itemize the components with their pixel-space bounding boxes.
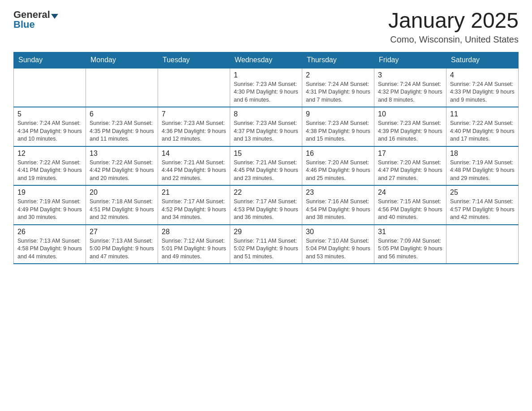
day-info: Sunrise: 7:15 AM Sunset: 4:56 PM Dayligh… bbox=[378, 198, 442, 222]
day-number: 29 bbox=[234, 228, 298, 236]
day-number: 30 bbox=[306, 228, 370, 236]
calendar-week-row: 5Sunrise: 7:24 AM Sunset: 4:34 PM Daylig… bbox=[14, 107, 519, 146]
calendar-day-header: Saturday bbox=[446, 52, 519, 68]
calendar-cell: 6Sunrise: 7:23 AM Sunset: 4:35 PM Daylig… bbox=[86, 107, 158, 146]
logo: General Blue bbox=[13, 9, 58, 30]
calendar-day-header: Monday bbox=[86, 52, 158, 68]
day-info: Sunrise: 7:11 AM Sunset: 5:02 PM Dayligh… bbox=[234, 237, 298, 261]
calendar-cell: 27Sunrise: 7:13 AM Sunset: 5:00 PM Dayli… bbox=[86, 225, 158, 264]
calendar-cell: 16Sunrise: 7:20 AM Sunset: 4:46 PM Dayli… bbox=[302, 146, 374, 186]
day-info: Sunrise: 7:12 AM Sunset: 5:01 PM Dayligh… bbox=[162, 237, 226, 261]
day-number: 25 bbox=[450, 188, 515, 197]
day-info: Sunrise: 7:09 AM Sunset: 5:05 PM Dayligh… bbox=[378, 237, 442, 261]
day-number: 13 bbox=[90, 150, 154, 158]
day-info: Sunrise: 7:18 AM Sunset: 4:51 PM Dayligh… bbox=[90, 198, 154, 222]
calendar-cell: 8Sunrise: 7:23 AM Sunset: 4:37 PM Daylig… bbox=[230, 107, 302, 146]
day-info: Sunrise: 7:21 AM Sunset: 4:44 PM Dayligh… bbox=[162, 159, 226, 183]
day-info: Sunrise: 7:23 AM Sunset: 4:39 PM Dayligh… bbox=[378, 120, 442, 143]
page-title: January 2025 bbox=[388, 9, 519, 33]
calendar-cell: 18Sunrise: 7:19 AM Sunset: 4:48 PM Dayli… bbox=[446, 146, 519, 186]
day-info: Sunrise: 7:24 AM Sunset: 4:31 PM Dayligh… bbox=[306, 81, 370, 104]
day-number: 14 bbox=[162, 150, 226, 158]
calendar-cell: 14Sunrise: 7:21 AM Sunset: 4:44 PM Dayli… bbox=[158, 146, 230, 186]
day-number: 9 bbox=[306, 110, 370, 118]
page-header: General Blue January 2025 Como, Wisconsi… bbox=[13, 9, 519, 45]
day-number: 11 bbox=[450, 110, 515, 118]
day-info: Sunrise: 7:20 AM Sunset: 4:47 PM Dayligh… bbox=[378, 159, 442, 183]
calendar-cell bbox=[86, 68, 158, 107]
calendar-cell: 28Sunrise: 7:12 AM Sunset: 5:01 PM Dayli… bbox=[158, 225, 230, 264]
calendar-week-row: 1Sunrise: 7:23 AM Sunset: 4:30 PM Daylig… bbox=[14, 68, 519, 107]
title-block: January 2025 Como, Wisconsin, United Sta… bbox=[388, 9, 519, 45]
calendar-day-header: Tuesday bbox=[158, 52, 230, 68]
calendar-cell: 9Sunrise: 7:23 AM Sunset: 4:38 PM Daylig… bbox=[302, 107, 374, 146]
calendar-cell bbox=[446, 225, 519, 264]
calendar-cell: 22Sunrise: 7:17 AM Sunset: 4:53 PM Dayli… bbox=[230, 185, 302, 225]
day-info: Sunrise: 7:20 AM Sunset: 4:46 PM Dayligh… bbox=[306, 159, 370, 183]
day-number: 22 bbox=[234, 188, 298, 197]
day-number: 18 bbox=[450, 150, 515, 158]
calendar-day-header: Wednesday bbox=[230, 52, 302, 68]
day-number: 7 bbox=[162, 110, 226, 118]
calendar-cell: 17Sunrise: 7:20 AM Sunset: 4:47 PM Dayli… bbox=[374, 146, 446, 186]
day-info: Sunrise: 7:16 AM Sunset: 4:54 PM Dayligh… bbox=[306, 198, 370, 222]
day-number: 8 bbox=[234, 110, 298, 118]
day-info: Sunrise: 7:13 AM Sunset: 5:00 PM Dayligh… bbox=[90, 237, 154, 261]
calendar-header-row: SundayMondayTuesdayWednesdayThursdayFrid… bbox=[14, 52, 519, 68]
day-number: 31 bbox=[378, 228, 442, 236]
calendar-cell bbox=[14, 68, 86, 107]
calendar-cell: 3Sunrise: 7:24 AM Sunset: 4:32 PM Daylig… bbox=[374, 68, 446, 107]
day-info: Sunrise: 7:23 AM Sunset: 4:30 PM Dayligh… bbox=[234, 81, 298, 104]
day-number: 10 bbox=[378, 110, 442, 118]
calendar-week-row: 19Sunrise: 7:19 AM Sunset: 4:49 PM Dayli… bbox=[14, 185, 519, 225]
day-info: Sunrise: 7:10 AM Sunset: 5:04 PM Dayligh… bbox=[306, 237, 370, 261]
calendar-cell: 12Sunrise: 7:22 AM Sunset: 4:41 PM Dayli… bbox=[14, 146, 86, 186]
calendar-table: SundayMondayTuesdayWednesdayThursdayFrid… bbox=[13, 52, 519, 265]
day-info: Sunrise: 7:19 AM Sunset: 4:48 PM Dayligh… bbox=[450, 159, 515, 183]
day-number: 12 bbox=[17, 150, 82, 158]
day-number: 28 bbox=[162, 228, 226, 236]
day-info: Sunrise: 7:22 AM Sunset: 4:40 PM Dayligh… bbox=[450, 120, 515, 143]
calendar-cell: 4Sunrise: 7:24 AM Sunset: 4:33 PM Daylig… bbox=[446, 68, 519, 107]
calendar-cell: 30Sunrise: 7:10 AM Sunset: 5:04 PM Dayli… bbox=[302, 225, 374, 264]
page-subtitle: Como, Wisconsin, United States bbox=[388, 34, 519, 45]
day-number: 19 bbox=[17, 188, 82, 197]
day-number: 20 bbox=[90, 188, 154, 197]
calendar-week-row: 26Sunrise: 7:13 AM Sunset: 4:58 PM Dayli… bbox=[14, 225, 519, 264]
day-number: 16 bbox=[306, 150, 370, 158]
calendar-cell: 19Sunrise: 7:19 AM Sunset: 4:49 PM Dayli… bbox=[14, 185, 86, 225]
day-info: Sunrise: 7:22 AM Sunset: 4:42 PM Dayligh… bbox=[90, 159, 154, 183]
day-number: 6 bbox=[90, 110, 154, 118]
day-number: 24 bbox=[378, 188, 442, 197]
calendar-day-header: Friday bbox=[374, 52, 446, 68]
day-number: 5 bbox=[17, 110, 82, 118]
calendar-cell: 31Sunrise: 7:09 AM Sunset: 5:05 PM Dayli… bbox=[374, 225, 446, 264]
day-info: Sunrise: 7:13 AM Sunset: 4:58 PM Dayligh… bbox=[17, 237, 82, 261]
day-info: Sunrise: 7:23 AM Sunset: 4:37 PM Dayligh… bbox=[234, 120, 298, 143]
day-number: 23 bbox=[306, 188, 370, 197]
calendar-cell: 15Sunrise: 7:21 AM Sunset: 4:45 PM Dayli… bbox=[230, 146, 302, 186]
day-number: 1 bbox=[234, 71, 298, 79]
calendar-cell: 21Sunrise: 7:17 AM Sunset: 4:52 PM Dayli… bbox=[158, 185, 230, 225]
calendar-cell: 2Sunrise: 7:24 AM Sunset: 4:31 PM Daylig… bbox=[302, 68, 374, 107]
day-number: 27 bbox=[90, 228, 154, 236]
day-info: Sunrise: 7:17 AM Sunset: 4:53 PM Dayligh… bbox=[234, 198, 298, 222]
day-number: 21 bbox=[162, 188, 226, 197]
day-info: Sunrise: 7:24 AM Sunset: 4:32 PM Dayligh… bbox=[378, 81, 442, 104]
calendar-cell bbox=[158, 68, 230, 107]
logo-text-blue: Blue bbox=[13, 19, 58, 30]
calendar-cell: 25Sunrise: 7:14 AM Sunset: 4:57 PM Dayli… bbox=[446, 185, 519, 225]
calendar-cell: 26Sunrise: 7:13 AM Sunset: 4:58 PM Dayli… bbox=[14, 225, 86, 264]
calendar-cell: 13Sunrise: 7:22 AM Sunset: 4:42 PM Dayli… bbox=[86, 146, 158, 186]
day-info: Sunrise: 7:24 AM Sunset: 4:33 PM Dayligh… bbox=[450, 81, 515, 104]
calendar-cell: 7Sunrise: 7:23 AM Sunset: 4:36 PM Daylig… bbox=[158, 107, 230, 146]
day-number: 3 bbox=[378, 71, 442, 79]
calendar-cell: 29Sunrise: 7:11 AM Sunset: 5:02 PM Dayli… bbox=[230, 225, 302, 264]
calendar-day-header: Thursday bbox=[302, 52, 374, 68]
day-number: 26 bbox=[17, 228, 82, 236]
day-info: Sunrise: 7:21 AM Sunset: 4:45 PM Dayligh… bbox=[234, 159, 298, 183]
calendar-cell: 23Sunrise: 7:16 AM Sunset: 4:54 PM Dayli… bbox=[302, 185, 374, 225]
calendar-cell: 5Sunrise: 7:24 AM Sunset: 4:34 PM Daylig… bbox=[14, 107, 86, 146]
calendar-day-header: Sunday bbox=[14, 52, 86, 68]
day-info: Sunrise: 7:17 AM Sunset: 4:52 PM Dayligh… bbox=[162, 198, 226, 222]
